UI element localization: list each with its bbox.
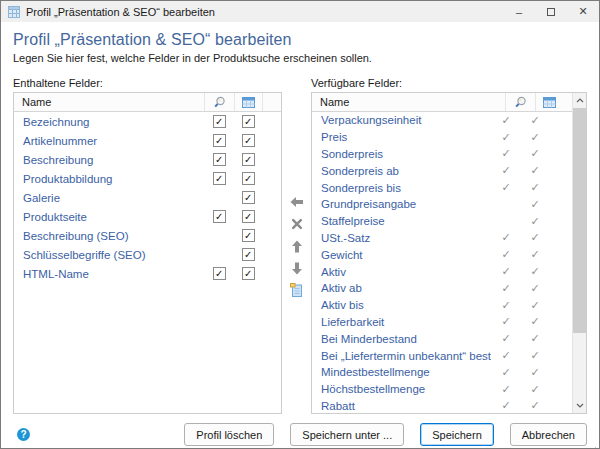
checkbox[interactable]: ✓ [213, 172, 226, 185]
remove-button[interactable] [289, 217, 305, 231]
table-row[interactable]: Sonderpreis bis✓✓ [312, 179, 572, 196]
maximize-button[interactable] [535, 1, 567, 22]
checkbox[interactable]: ✓ [242, 134, 255, 147]
table-row[interactable]: Sonderpreis ab✓✓ [312, 162, 572, 179]
help-button[interactable]: ? [17, 428, 30, 441]
cancel-button[interactable]: Abbrechen [510, 423, 587, 446]
search-column-header[interactable] [505, 93, 535, 111]
checkbox[interactable]: ✓ [213, 153, 226, 166]
field-label: Aktiv ab [312, 282, 491, 294]
table-row[interactable]: HTML-Name✓✓ [14, 264, 281, 283]
table-row[interactable]: Bei Minderbestand✓✓ [312, 330, 572, 347]
checkbox[interactable]: ✓ [213, 210, 226, 223]
list-column-header[interactable] [234, 93, 262, 111]
save-as-button[interactable]: Speichern unter ... [290, 423, 404, 446]
list-cell: ✓ [521, 280, 549, 297]
row-filler [262, 188, 281, 207]
field-label: Bezeichnung [14, 116, 204, 128]
row-filler [549, 381, 572, 398]
row-filler [549, 347, 572, 364]
field-label: Aktiv bis [312, 299, 491, 311]
table-row[interactable]: Verpackungseinheit✓✓ [312, 112, 572, 129]
chevron-down-icon [576, 403, 584, 408]
table-row[interactable]: Staffelpreise✓ [312, 213, 572, 230]
checkbox[interactable]: ✓ [213, 115, 226, 128]
move-left-button[interactable] [289, 195, 305, 209]
page-title: Profil „Präsentation & SEO“ bearbeiten [13, 31, 587, 49]
included-fields-list: Bezeichnung✓✓Artikelnummer✓✓Beschreibung… [14, 112, 281, 413]
app-icon [8, 6, 20, 18]
table-row[interactable]: Galerie✓ [14, 188, 281, 207]
table-row[interactable]: Preis✓✓ [312, 129, 572, 146]
window-title: Profil „Präsentation & SEO“ bearbeiten [26, 6, 503, 18]
delete-profile-button[interactable]: Profil löschen [184, 423, 274, 446]
list-cell: ✓ [521, 129, 549, 146]
table-row[interactable]: USt.-Satz✓✓ [312, 230, 572, 247]
checkbox[interactable]: ✓ [242, 248, 255, 261]
table-row[interactable]: Lieferbarkeit✓✓ [312, 314, 572, 331]
save-button[interactable]: Speichern [420, 423, 494, 446]
field-label: Rabatt [312, 400, 491, 412]
table-row[interactable]: Beschreibung (SEO)✓ [14, 226, 281, 245]
list-cell: ✓ [521, 146, 549, 163]
list-cell: ✓ [234, 207, 262, 226]
table-row[interactable]: Artikelnummer✓✓ [14, 131, 281, 150]
scroll-down-button[interactable] [573, 398, 587, 413]
check-icon: ✓ [530, 148, 539, 159]
magnifier-icon [214, 96, 226, 108]
table-row[interactable]: Produktabbildung✓✓ [14, 169, 281, 188]
row-filler [549, 398, 572, 414]
check-icon: ✓ [501, 148, 510, 159]
table-icon [242, 97, 255, 108]
arrow-down-icon [291, 262, 303, 275]
resize-grip[interactable] [590, 439, 597, 446]
table-row[interactable]: Grundpreisangabe✓ [312, 196, 572, 213]
check-icon: ✓ [530, 283, 539, 294]
check-icon: ✓ [530, 367, 539, 378]
check-icon: ✓ [501, 132, 510, 143]
name-column-header[interactable]: Name [312, 96, 505, 108]
checkbox[interactable]: ✓ [242, 267, 255, 280]
table-row[interactable]: Bei „Liefertermin unbekannt“ bestellbar✓… [312, 347, 572, 364]
vertical-scrollbar[interactable] [572, 93, 586, 413]
check-icon: ✓ [530, 316, 539, 327]
table-row[interactable]: Mindestbestellmenge✓✓ [312, 364, 572, 381]
table-row[interactable]: Produktseite✓✓ [14, 207, 281, 226]
field-label: Staffelpreise [312, 215, 491, 227]
table-row[interactable]: Schlüsselbegriffe (SEO)✓ [14, 245, 281, 264]
name-column-header[interactable]: Name [14, 96, 204, 108]
table-row[interactable]: Aktiv bis✓✓ [312, 297, 572, 314]
field-label: Produktabbildung [14, 173, 204, 185]
table-row[interactable]: Rabatt✓✓ [312, 398, 572, 414]
table-row[interactable]: Aktiv ab✓✓ [312, 280, 572, 297]
checkbox[interactable]: ✓ [242, 172, 255, 185]
checkbox[interactable]: ✓ [242, 115, 255, 128]
paste-button[interactable] [289, 283, 305, 297]
check-icon: ✓ [530, 115, 539, 126]
check-icon: ✓ [530, 132, 539, 143]
checkbox[interactable]: ✓ [242, 191, 255, 204]
checkbox[interactable]: ✓ [242, 229, 255, 242]
scroll-up-button[interactable] [573, 93, 587, 108]
table-row[interactable]: Höchstbestellmenge✓✓ [312, 381, 572, 398]
table-row[interactable]: Sonderpreis✓✓ [312, 146, 572, 163]
move-up-button[interactable] [289, 239, 305, 253]
checkbox[interactable]: ✓ [242, 153, 255, 166]
checkbox[interactable]: ✓ [213, 267, 226, 280]
row-filler [262, 112, 281, 131]
checkbox[interactable]: ✓ [242, 210, 255, 223]
search-column-header[interactable] [204, 93, 234, 111]
table-row[interactable]: Aktiv✓✓ [312, 263, 572, 280]
list-column-header[interactable] [535, 93, 563, 111]
title-bar[interactable]: Profil „Präsentation & SEO“ bearbeiten –… [1, 1, 599, 22]
checkbox[interactable]: ✓ [213, 134, 226, 147]
move-down-button[interactable] [289, 261, 305, 275]
table-header: Name [14, 93, 281, 112]
table-row[interactable]: Gewicht✓✓ [312, 246, 572, 263]
row-filler [549, 263, 572, 280]
scroll-thumb[interactable] [573, 108, 587, 333]
table-row[interactable]: Beschreibung✓✓ [14, 150, 281, 169]
table-row[interactable]: Bezeichnung✓✓ [14, 112, 281, 131]
minimize-button[interactable]: – [503, 1, 535, 22]
close-button[interactable]: ✕ [567, 1, 599, 22]
